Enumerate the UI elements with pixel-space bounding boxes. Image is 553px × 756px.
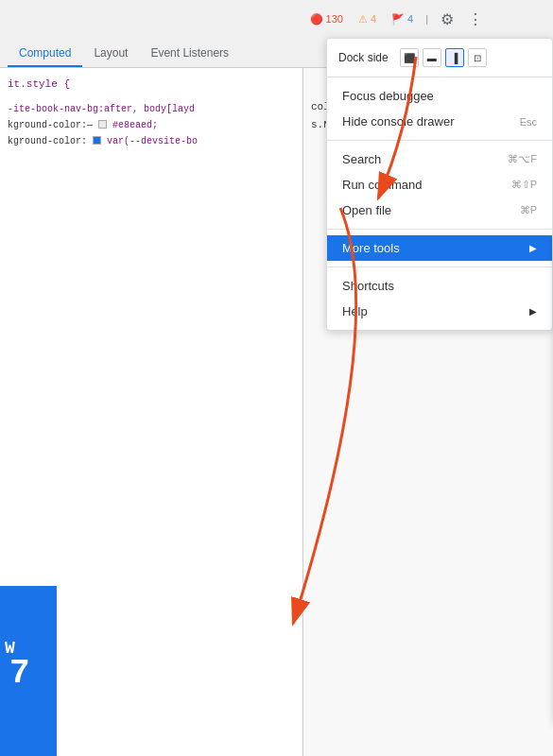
tab-event-listeners[interactable]: Event Listeners xyxy=(139,41,240,67)
menu-section-4: Shortcuts Help ▶ xyxy=(327,267,552,330)
shortcut-open: ⌘P xyxy=(520,204,537,216)
menu-item-more-tools[interactable]: More tools ▶ Animations Changes Coverage… xyxy=(327,235,552,261)
shortcut-search: ⌘⌥F xyxy=(508,153,537,165)
menu-item-run-command[interactable]: Run command ⌘⇧P xyxy=(327,172,552,198)
tab-layout[interactable]: Layout xyxy=(82,41,139,67)
badge-group: 🔴 130 ⚠ 4 🚩 4 | ⚙ ⋮ xyxy=(305,8,487,30)
error-badge: 🔴 130 xyxy=(305,11,348,27)
code-panel: it.style { -ite-book-nav-bg:after, body[… xyxy=(0,68,302,756)
menu-item-help[interactable]: Help ▶ xyxy=(327,299,552,324)
dock-icon-right[interactable]: ▐ xyxy=(445,48,464,67)
menu-item-focus-debuggee[interactable]: Focus debuggee xyxy=(327,83,552,109)
menu-section-2: Search ⌘⌥F Run command ⌘⇧P Open file ⌘P xyxy=(327,141,552,230)
color-swatch-2 xyxy=(93,136,101,145)
dock-menu: Dock side ⬛ ▬ ▐ ⊡ Focus debuggee Hide co… xyxy=(326,38,553,331)
menu-item-shortcuts[interactable]: Shortcuts xyxy=(327,273,552,299)
dock-section: Dock side ⬛ ▬ ▐ ⊡ xyxy=(327,39,552,77)
menu-section-3: More tools ▶ Animations Changes Coverage… xyxy=(327,230,552,267)
dock-icon-bottom[interactable]: ▬ xyxy=(423,48,441,67)
shortcut-hide-console: Esc xyxy=(520,116,537,128)
shortcut-run: ⌘⇧P xyxy=(511,179,537,191)
top-bar: 🔴 130 ⚠ 4 🚩 4 | ⚙ ⋮ xyxy=(0,0,553,38)
help-arrow: ▶ xyxy=(529,306,537,317)
settings-button[interactable]: ⚙ xyxy=(436,8,458,30)
code-line-1: it.style { xyxy=(8,76,295,94)
info-badge: 🚩 4 xyxy=(387,11,418,27)
dock-icon-left[interactable]: ⬛ xyxy=(400,48,419,67)
menu-item-open-file[interactable]: Open file ⌘P xyxy=(327,198,552,223)
code-line-4: kground-color: var(--devsite-bo xyxy=(8,133,295,149)
more-tools-arrow: ▶ xyxy=(529,243,537,253)
code-line-3: kground-color:— #e8eaed; xyxy=(8,117,295,133)
dock-icon-undock[interactable]: ⊡ xyxy=(468,48,487,67)
blue-number: 7 xyxy=(9,648,30,699)
color-swatch-1 xyxy=(98,120,107,129)
menu-item-search[interactable]: Search ⌘⌥F xyxy=(327,146,552,172)
more-button[interactable]: ⋮ xyxy=(464,8,487,30)
dock-row: Dock side ⬛ ▬ ▐ ⊡ xyxy=(327,44,552,71)
warning-badge: ⚠ 4 xyxy=(354,11,381,27)
menu-section-1: Focus debuggee Hide console drawer Esc xyxy=(327,77,552,141)
code-line-2: -ite-book-nav-bg:after, body[layd xyxy=(8,101,295,117)
dock-side-label: Dock side xyxy=(338,51,396,64)
menu-item-hide-console[interactable]: Hide console drawer Esc xyxy=(327,109,552,134)
devtools-window: 🔴 130 ⚠ 4 🚩 4 | ⚙ ⋮ Computed Layout Even… xyxy=(0,0,553,756)
blue-area: W 7 xyxy=(0,586,57,756)
tab-computed[interactable]: Computed xyxy=(8,41,82,67)
